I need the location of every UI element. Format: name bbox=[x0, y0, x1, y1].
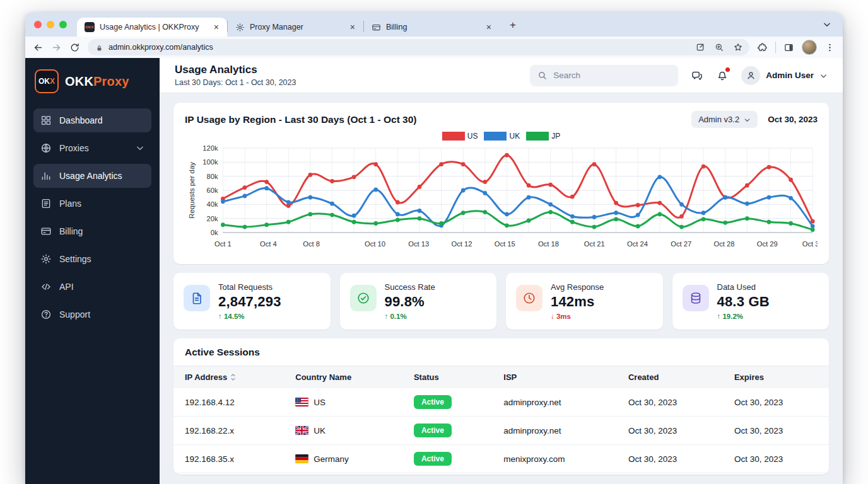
svg-text:Oct 29: Oct 29 bbox=[757, 240, 778, 248]
browser-tab-usage-analytics-okkproxy[interactable]: OKXUsage Analytics | OKKProxy× bbox=[77, 18, 227, 37]
legend-item-uk: UK bbox=[484, 132, 520, 141]
column-header-ip-address[interactable]: IP Address bbox=[173, 366, 284, 388]
sidebar-item-plans[interactable]: Plans bbox=[33, 192, 151, 216]
sort-icon[interactable] bbox=[230, 373, 237, 381]
cell-ip-address: 192.168.35.x bbox=[173, 445, 284, 473]
gear-icon bbox=[235, 23, 245, 32]
forward-icon[interactable] bbox=[51, 42, 62, 53]
side-panel-icon[interactable] bbox=[783, 42, 794, 53]
sidebar-item-support[interactable]: Support bbox=[33, 302, 151, 326]
new-tab-button[interactable]: + bbox=[506, 18, 520, 32]
sidebar-item-api[interactable]: API bbox=[33, 275, 151, 299]
browser-actions bbox=[757, 40, 835, 55]
minimize-window-button[interactable] bbox=[47, 21, 54, 28]
sidebar-item-billing[interactable]: Billing bbox=[33, 219, 151, 243]
line-chart: 0k20k40k60k80k100k120kOct 1Oct 4Oct 8Oct… bbox=[185, 141, 818, 262]
stat-value: 2,847,293 bbox=[218, 294, 281, 310]
svg-text:Oct 4: Oct 4 bbox=[260, 240, 277, 248]
svg-text:Oct 1: Oct 1 bbox=[214, 240, 232, 248]
usage-chart-card: IP Usage by Region - Last 30 Days (Oct 1… bbox=[173, 103, 829, 264]
svg-text:Oct 30: Oct 30 bbox=[802, 240, 818, 248]
bookmark-star-icon[interactable] bbox=[733, 42, 743, 52]
notifications-bell-icon[interactable] bbox=[716, 69, 729, 82]
dropdown-chevron-icon bbox=[744, 116, 751, 123]
cell-ip-address: 192.168.22.x bbox=[173, 417, 284, 445]
browser-menu-kebab-icon[interactable] bbox=[824, 42, 835, 53]
sidebar-item-dashboard[interactable]: Dashboard bbox=[33, 108, 151, 132]
search-input[interactable] bbox=[552, 70, 671, 81]
stat-label: Avg Response bbox=[551, 282, 604, 292]
svg-text:120k: 120k bbox=[202, 144, 218, 152]
cell-isp: adminproxy.net bbox=[492, 388, 617, 417]
svg-text:Oct 10: Oct 10 bbox=[365, 240, 385, 248]
cell-status: Active bbox=[402, 473, 492, 475]
user-name: Admin User bbox=[766, 71, 814, 80]
column-header-country-name: Country Name bbox=[284, 366, 402, 388]
close-window-button[interactable] bbox=[34, 21, 42, 28]
stat-card-data-used: Data Used48.3 GB↑ 19.2% bbox=[672, 273, 830, 330]
tab-close-icon[interactable]: × bbox=[212, 22, 221, 32]
chart-legend: USUKJP bbox=[185, 132, 818, 141]
legend-swatch bbox=[526, 132, 549, 141]
sidebar-item-proxies[interactable]: Proxies bbox=[33, 136, 151, 160]
legend-swatch bbox=[442, 132, 465, 141]
cell-created: Oct 30, 2023 bbox=[617, 445, 723, 473]
stat-label: Total Requests bbox=[218, 282, 281, 292]
legend-item-us: US bbox=[442, 132, 478, 141]
status-badge: Active bbox=[414, 452, 452, 466]
browser-tab-proxy-manager[interactable]: Proxy Manager× bbox=[228, 18, 363, 37]
reload-icon[interactable] bbox=[69, 42, 80, 53]
sidebar-item-usage-analytics[interactable]: Usage Analytics bbox=[33, 164, 151, 188]
share-icon[interactable] bbox=[695, 42, 705, 52]
dashboard-icon bbox=[40, 115, 52, 126]
brand-name: OKKProxy bbox=[65, 74, 129, 89]
messages-icon[interactable] bbox=[691, 69, 703, 82]
status-badge: Active bbox=[414, 424, 452, 437]
document-lines-icon bbox=[40, 198, 52, 209]
column-header-created: Created bbox=[617, 366, 723, 388]
browser-tab-billing[interactable]: Billing× bbox=[364, 18, 500, 37]
admin-version-dropdown[interactable]: Admin v3.2 bbox=[691, 111, 758, 128]
sidebar-item-label: Settings bbox=[59, 254, 91, 264]
cell-created: Oct 30, 2023 bbox=[617, 388, 723, 417]
check-circle-icon bbox=[350, 285, 377, 311]
tab-close-icon[interactable]: × bbox=[484, 22, 493, 32]
address-bar[interactable]: admin.okkproxy.com/analytics bbox=[88, 39, 749, 55]
browser-profile-avatar[interactable] bbox=[802, 40, 817, 55]
okx-favicon-icon: OKX bbox=[85, 22, 95, 32]
sidebar-item-settings[interactable]: Settings bbox=[33, 247, 151, 271]
sidebar-item-label: Proxies bbox=[59, 143, 89, 153]
chevron-down-icon bbox=[136, 144, 144, 153]
sidebar: OKX OKKProxy DashboardProxiesUsage Analy… bbox=[25, 58, 160, 484]
credit-card-icon bbox=[372, 23, 381, 32]
maximize-window-button[interactable] bbox=[59, 21, 67, 28]
search-in-page-icon[interactable] bbox=[714, 42, 724, 52]
legend-label: US bbox=[467, 132, 478, 141]
svg-text:20k: 20k bbox=[207, 215, 218, 222]
cell-country-name: Germany bbox=[314, 454, 349, 464]
stat-card-avg-response: Avg Response142ms↓ 3ms bbox=[506, 273, 663, 330]
user-menu[interactable]: Admin User bbox=[741, 66, 828, 85]
search-box[interactable] bbox=[530, 65, 678, 86]
tab-close-icon[interactable]: × bbox=[348, 22, 357, 32]
tab-title: Usage Analytics | OKKProxy bbox=[100, 23, 207, 32]
cell-expires: Oct 30, 2023 bbox=[723, 445, 829, 473]
user-menu-chevron-icon bbox=[819, 71, 828, 79]
cell-expires: Oct 30, 2023 bbox=[723, 473, 829, 475]
sidebar-item-label: Billing bbox=[59, 226, 83, 236]
flag-us-icon bbox=[295, 398, 308, 406]
svg-text:100k: 100k bbox=[202, 158, 218, 166]
url-text: admin.okkproxy.com/analytics bbox=[108, 43, 686, 52]
page-header: Usage Analytics Last 30 Days: Oct 1 - Oc… bbox=[160, 58, 843, 93]
stat-value: 142ms bbox=[551, 294, 604, 310]
extensions-icon[interactable] bbox=[757, 42, 768, 53]
back-icon[interactable] bbox=[33, 42, 44, 53]
tab-search-chevron-icon[interactable] bbox=[823, 20, 831, 29]
notification-badge bbox=[725, 67, 730, 72]
brand-logo[interactable]: OKX OKKProxy bbox=[33, 68, 151, 108]
cell-expires: Oct 30, 2023 bbox=[723, 388, 829, 417]
sessions-title: Active Sessions bbox=[173, 338, 829, 366]
clock-icon bbox=[516, 285, 542, 311]
svg-text:Oct 24: Oct 24 bbox=[627, 240, 648, 248]
svg-text:Oct 13: Oct 13 bbox=[408, 240, 429, 248]
